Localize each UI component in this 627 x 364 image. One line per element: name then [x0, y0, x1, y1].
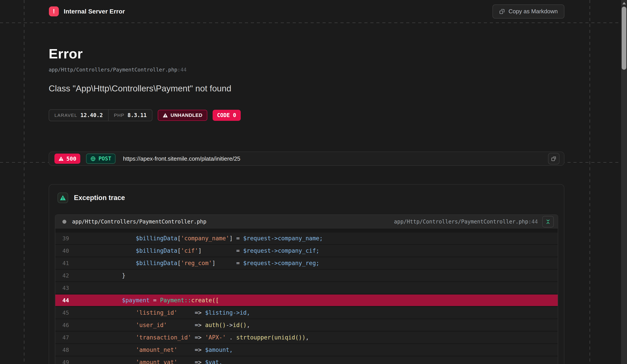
code-line-41: 41 $billingData['reg_com'] = $request->c…: [55, 257, 558, 269]
scrollbar-thumb[interactable]: [622, 7, 626, 70]
error-message: Class "App\Http\Controllers\Payment" not…: [49, 84, 564, 93]
code-line-46: 46 'user_id' => auth()->id(),: [55, 319, 558, 331]
globe-icon: [90, 156, 96, 161]
collapse-frame-button[interactable]: [542, 216, 554, 227]
badge-row: LARAVEL 12.40.2 PHP 8.3.11 UNHANDLED: [49, 109, 564, 121]
code-text: $billingData['company_name'] = $request-…: [94, 235, 323, 242]
method-label: POST: [99, 156, 111, 162]
unhandled-label: UNHANDLED: [171, 112, 203, 118]
code-lines: 39 $billingData['company_name'] = $reque…: [55, 233, 558, 364]
line-number: 46: [55, 322, 69, 328]
page-title: Error: [49, 46, 564, 61]
error-summary: Error app/Http/Controllers/PaymentContro…: [49, 23, 564, 121]
frame-location-file: app/Http/Controllers/PaymentController.p…: [394, 219, 528, 225]
line-number: 49: [55, 359, 69, 364]
code-text: $payment = Payment::create([: [94, 297, 219, 304]
vertical-dashed-line-right: [590, 0, 590, 364]
error-file-path: app/Http/Controllers/PaymentController.p…: [49, 67, 564, 73]
topbar: ! Internal Server Error Copy as Markdown: [0, 0, 627, 23]
error-alert-icon: !: [49, 6, 59, 16]
exception-warning-icon: [57, 193, 68, 203]
code-badge: CODE 0: [213, 110, 241, 121]
request-bar: 500 POST https://apex-front.sitemile.com…: [49, 152, 564, 166]
stack-frame-header[interactable]: app/Http/Controllers/PaymentController.p…: [55, 215, 558, 229]
line-number: 45: [55, 310, 69, 316]
line-number: 42: [55, 272, 69, 279]
copy-icon: [499, 9, 505, 14]
exception-trace-header: Exception trace: [49, 185, 564, 203]
topbar-title: Internal Server Error: [64, 8, 125, 15]
code-line-39: 39 $billingData['company_name'] = $reque…: [55, 233, 558, 244]
copy-as-markdown-button[interactable]: Copy as Markdown: [492, 4, 564, 19]
stack-frame: app/Http/Controllers/PaymentController.p…: [55, 214, 558, 364]
php-version: 8.3.11: [127, 112, 147, 118]
warning-triangle-icon: [58, 156, 64, 161]
frame-location: app/Http/Controllers/PaymentController.p…: [394, 219, 538, 225]
code-line-42: 42 }: [55, 270, 558, 281]
code-line-44: 44 $payment = Payment::create([: [55, 295, 558, 306]
code-line-48: 48 'amount_net' => $amount,: [55, 344, 558, 356]
error-file: app/Http/Controllers/PaymentController.p…: [49, 67, 177, 73]
unhandled-badge: UNHANDLED: [158, 110, 207, 121]
exception-trace-panel: Exception trace app/Http/Controllers/Pay…: [49, 184, 564, 364]
error-file-line: :44: [177, 67, 187, 73]
line-number: 43: [55, 285, 69, 291]
line-number: 48: [55, 347, 69, 353]
error-page: ! Internal Server Error Copy as Markdown…: [0, 0, 627, 364]
status-code-label: 500: [66, 156, 76, 162]
frame-bullet-icon: [62, 220, 66, 224]
frame-file: app/Http/Controllers/PaymentController.p…: [72, 219, 207, 225]
exception-trace-title: Exception trace: [74, 194, 125, 202]
warning-triangle-icon: [163, 113, 168, 118]
code-text: }: [94, 272, 125, 279]
vertical-dashed-line-left: [24, 0, 24, 364]
code-line-47: 47 'transaction_id' => 'APX-' . strtoupp…: [55, 332, 558, 343]
code-text: 'amount_net' => $amount,: [94, 347, 233, 353]
copy-as-markdown-label: Copy as Markdown: [508, 8, 558, 15]
line-number: 41: [55, 260, 69, 266]
line-number: 40: [55, 248, 69, 254]
copy-icon: [551, 156, 557, 162]
code-text: 'user_id' => auth()->id(),: [94, 322, 250, 328]
scrollbar-up-arrow[interactable]: [622, 2, 626, 4]
code-line-43: 43: [55, 282, 558, 294]
line-number: 44: [55, 297, 69, 304]
php-label: PHP: [114, 113, 125, 118]
laravel-version: 12.40.2: [81, 112, 103, 118]
code-text: $billingData['cif'] = $request->company_…: [94, 247, 319, 254]
code-text: 'amount_vat' => $vat,: [94, 359, 222, 364]
warning-triangle-icon: [60, 195, 66, 201]
code-text: 'transaction_id' => 'APX-' . strtoupper(…: [94, 334, 309, 341]
topbar-brand: ! Internal Server Error: [49, 6, 125, 16]
content-column: Error app/Http/Controllers/PaymentContro…: [49, 23, 564, 364]
line-number: 47: [55, 334, 69, 341]
code-line-45: 45 'listing_id' => $listing->id,: [55, 307, 558, 318]
version-pill: LARAVEL 12.40.2 PHP 8.3.11: [49, 109, 153, 121]
code-text: $billingData['reg_com'] = $request->comp…: [94, 260, 319, 266]
code-text: 'listing_id' => $listing->id,: [94, 309, 250, 316]
code-snippet: 39 $billingData['company_name'] = $reque…: [55, 229, 558, 364]
code-line-40: 40 $billingData['cif'] = $request->compa…: [55, 245, 558, 257]
laravel-version-badge: LARAVEL 12.40.2: [49, 110, 108, 121]
status-500-badge: 500: [54, 154, 80, 164]
php-version-badge: PHP 8.3.11: [108, 110, 152, 121]
laravel-label: LARAVEL: [54, 113, 77, 118]
collapse-vertical-icon: [545, 219, 551, 224]
request-url: https://apex-front.sitemile.com/plata/in…: [123, 155, 240, 162]
method-post-badge: POST: [86, 154, 115, 164]
code-line-49: 49 'amount_vat' => $vat,: [55, 357, 558, 364]
copy-url-button[interactable]: [548, 153, 560, 164]
line-number: 39: [55, 235, 69, 242]
frame-location-line: :44: [528, 219, 538, 225]
page-scrollbar[interactable]: [621, 0, 627, 364]
